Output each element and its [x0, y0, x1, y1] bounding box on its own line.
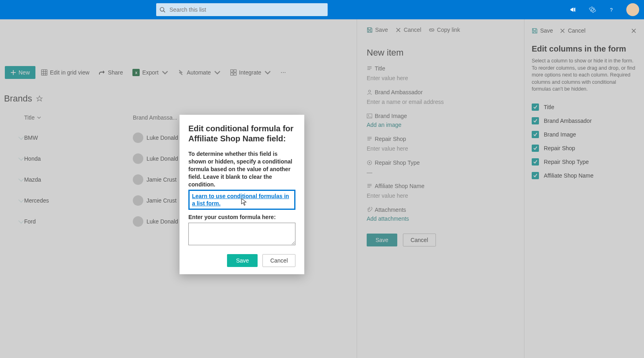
repair-shop-input[interactable]: [367, 145, 514, 152]
panel-cancel-button[interactable]: Cancel: [395, 27, 421, 33]
editcols-title: Edit columns in the form: [532, 44, 637, 54]
add-image-link[interactable]: Add an image: [367, 122, 401, 128]
column-check-row[interactable]: Repair Shop: [532, 141, 637, 155]
add-attachments-link[interactable]: Add attachments: [367, 215, 409, 222]
field-label-repair-type: Repair Shop Type: [367, 159, 514, 166]
column-check-row[interactable]: Affiliate Shop Name: [532, 169, 637, 182]
excel-icon: x: [132, 69, 140, 76]
new-button[interactable]: New: [5, 66, 35, 79]
chevron-down-icon: [214, 69, 221, 76]
integrate-icon: [230, 69, 237, 76]
close-icon: [559, 28, 566, 34]
editcols-cancel-button[interactable]: Cancel: [559, 27, 586, 34]
svg-line-1: [163, 11, 165, 12]
list-title: Brands: [4, 93, 32, 104]
close-panel-button[interactable]: [631, 28, 637, 34]
cancel-button[interactable]: Cancel: [403, 234, 436, 246]
integrate-button[interactable]: Integrate: [226, 66, 275, 79]
column-check-row[interactable]: Brand Image: [532, 128, 637, 141]
save-icon: [367, 27, 373, 33]
column-check-label: Brand Ambassador: [544, 118, 592, 124]
column-check-label: Title: [544, 104, 554, 110]
dialog-cancel-button[interactable]: Cancel: [262, 254, 295, 267]
ambassador-input[interactable]: [367, 99, 514, 106]
cursor-icon: [241, 198, 248, 206]
checkbox-icon[interactable]: [532, 158, 539, 166]
persona-icon: [133, 195, 143, 206]
person-icon: [367, 89, 372, 95]
new-item-panel: Save Cancel Copy link New item Title Bra…: [357, 19, 524, 358]
checkbox-icon[interactable]: [532, 131, 539, 138]
megaphone-icon[interactable]: [564, 0, 583, 19]
column-check-label: Repair Shop Type: [544, 159, 589, 165]
row-title: BMW: [24, 135, 133, 141]
field-label-ambassador: Brand Ambassador: [367, 89, 514, 95]
close-icon: [631, 28, 637, 34]
field-label-title: Title: [367, 65, 514, 72]
chevron-down-icon: [264, 69, 271, 76]
panel-save-button[interactable]: Save: [367, 27, 388, 33]
choice-icon: [367, 160, 372, 166]
row-title: Mazda: [24, 176, 133, 183]
column-check-label: Affiliate Shop Name: [544, 172, 593, 179]
field-label-repair-shop: Repair Shop: [367, 136, 514, 142]
chevron-down-icon: [37, 116, 41, 120]
column-check-row[interactable]: Brand Ambassador: [532, 114, 637, 128]
column-check-label: Brand Image: [544, 131, 576, 138]
attachment-icon: [367, 207, 372, 213]
row-title: Honda: [24, 155, 133, 162]
image-icon: [367, 113, 372, 119]
text-icon: [367, 136, 372, 142]
learn-more-link[interactable]: Learn to use conditional formulas in a l…: [192, 193, 289, 207]
settings-icon[interactable]: [583, 0, 602, 19]
column-check-row[interactable]: Title: [532, 100, 637, 114]
checkbox-icon[interactable]: [532, 145, 539, 152]
share-button[interactable]: Share: [95, 66, 127, 79]
automate-button[interactable]: Automate: [174, 66, 225, 79]
star-icon[interactable]: [36, 95, 43, 102]
export-button[interactable]: x Export: [128, 66, 172, 79]
dialog-save-button[interactable]: Save: [227, 254, 258, 267]
repair-type-value[interactable]: —: [367, 169, 514, 176]
column-check-row[interactable]: Repair Shop Type: [532, 155, 637, 169]
field-label-attachments: Attachments: [367, 207, 514, 213]
save-icon: [532, 28, 538, 34]
svg-rect-6: [234, 73, 236, 75]
affiliate-input[interactable]: [367, 192, 514, 199]
copy-link-button[interactable]: Copy link: [429, 27, 460, 33]
title-input[interactable]: [367, 75, 514, 82]
row-title: Mercedes: [24, 197, 133, 204]
checkbox-icon[interactable]: [532, 103, 539, 111]
edit-columns-panel: Save Cancel Edit columns in the form Sel…: [524, 19, 644, 358]
persona-icon: [133, 153, 143, 164]
automate-icon: [178, 69, 184, 76]
checkbox-icon[interactable]: [532, 117, 539, 124]
close-icon: [395, 27, 401, 33]
svg-point-9: [368, 115, 369, 116]
svg-rect-4: [234, 70, 236, 72]
link-icon: [429, 27, 435, 33]
search-input-field[interactable]: [169, 6, 324, 13]
column-check-label: Repair Shop: [544, 145, 575, 151]
persona-icon: [133, 174, 143, 185]
help-icon[interactable]: ?: [602, 0, 621, 19]
field-label-brand-image: Brand Image: [367, 113, 514, 119]
more-button[interactable]: ···: [277, 69, 290, 76]
formula-textarea[interactable]: [188, 223, 295, 245]
field-label-affiliate: Affiliate Shop Name: [367, 183, 514, 189]
svg-rect-5: [231, 73, 233, 75]
column-title[interactable]: Title: [24, 114, 133, 121]
persona-icon: [133, 132, 143, 143]
search-input[interactable]: [156, 3, 328, 16]
edit-in-grid-button[interactable]: Edit in grid view: [37, 66, 93, 79]
row-title: Ford: [24, 218, 133, 225]
text-icon: [367, 66, 372, 71]
avatar[interactable]: [626, 3, 639, 16]
checkbox-icon[interactable]: [532, 172, 539, 179]
save-button[interactable]: Save: [367, 234, 397, 246]
svg-text:?: ?: [610, 7, 613, 13]
svg-point-0: [160, 7, 164, 11]
editcols-save-button[interactable]: Save: [532, 27, 553, 34]
svg-point-7: [368, 90, 370, 92]
search-icon: [159, 6, 165, 13]
